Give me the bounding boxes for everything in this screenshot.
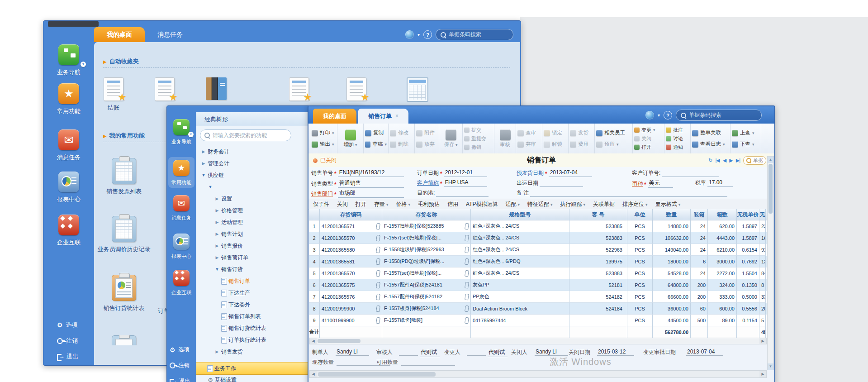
desktop-shortcut[interactable]: ★ bbox=[274, 77, 324, 101]
column-header[interactable]: 箱数 bbox=[708, 209, 737, 220]
globe-icon[interactable] bbox=[645, 111, 654, 119]
band-button-执行跟踪[interactable]: 执行跟踪▾ bbox=[560, 201, 586, 208]
toolbar-button-费用[interactable]: 费用 bbox=[570, 138, 593, 150]
toolbar-button-提交[interactable]: 提交 bbox=[464, 126, 493, 134]
toolbar-button-发货[interactable]: 发货 bbox=[570, 127, 593, 138]
last-record-icon[interactable]: ▶| bbox=[736, 158, 740, 163]
scroll-right-icon[interactable]: ▶ bbox=[759, 338, 766, 344]
toolbar-button-输出[interactable]: 输出▾ bbox=[312, 138, 336, 150]
table-row[interactable]: 8412001999900F-1557板身[保税]524184Dual Acti… bbox=[309, 303, 767, 315]
band-button-毛利预估[interactable]: 毛利预估 bbox=[418, 201, 440, 208]
table-row[interactable]: 6412001365575F-1557配件A[保税]524181灰色PP5218… bbox=[309, 279, 767, 291]
tab-销售订单[interactable]: 销售订单× bbox=[358, 109, 408, 124]
toolbar-button-整单关联[interactable]: 整单关联 bbox=[692, 127, 729, 138]
toolbar-button-解锁[interactable]: 解锁 bbox=[544, 138, 567, 150]
column-header[interactable]: 数量 bbox=[653, 209, 691, 220]
table-row[interactable]: 3412001365580F-1558垃圾铲[保税]522963红色+深灰色，2… bbox=[309, 244, 767, 256]
column-header[interactable]: 客 号 bbox=[569, 209, 627, 220]
sidebar-item-报表中心[interactable]: 报表中心 bbox=[167, 234, 196, 260]
toolbar-button-打开[interactable]: 打开 bbox=[634, 143, 663, 152]
favorite-item-业务员调价历史记录[interactable]: 业务员调价历史记录 bbox=[94, 216, 154, 253]
column-header[interactable] bbox=[309, 209, 320, 220]
band-button-存量[interactable]: 存量▾ bbox=[374, 201, 389, 208]
sidebar-item-消息任务[interactable]: ✉消息任务 bbox=[43, 129, 94, 162]
tab-我的桌面[interactable]: 我的桌面 bbox=[313, 109, 356, 124]
band-button-关联单据[interactable]: 关联单据 bbox=[593, 201, 615, 208]
band-button-适配[interactable]: 适配▾ bbox=[506, 201, 520, 208]
desktop-shortcut[interactable] bbox=[191, 77, 241, 100]
next-record-icon[interactable]: ▶ bbox=[729, 158, 732, 163]
toolbar-button-打印[interactable]: 打印▾ bbox=[312, 127, 336, 138]
scroll-thumb[interactable] bbox=[768, 164, 773, 214]
scroll-right-icon[interactable]: ▶ bbox=[759, 371, 766, 377]
mini-doc-search-input[interactable]: 单据 bbox=[743, 156, 766, 165]
scroll-down-icon[interactable]: ▼ bbox=[768, 363, 773, 370]
field-value[interactable]: 普通销售 bbox=[338, 179, 404, 188]
toolbar-button-弃审[interactable]: 弃审 bbox=[517, 138, 541, 150]
column-header[interactable]: 单位 bbox=[627, 209, 653, 220]
toolbar-button-增加[interactable]: 增加 ▾ bbox=[339, 129, 362, 148]
footer-退出[interactable]: 退出 bbox=[57, 353, 78, 361]
field-value[interactable]: ENJ(NB)/16193/12 bbox=[338, 169, 404, 177]
table-row[interactable]: 9411001999900F-1557纸卡[散装]041785997444PCS… bbox=[309, 315, 767, 326]
table-row[interactable]: 4412001365581F-1558(PDQ)垃圾铲[保税...红色+深灰色，… bbox=[309, 256, 767, 267]
column-header[interactable]: 无 bbox=[759, 209, 766, 220]
first-record-icon[interactable]: |◀ bbox=[715, 158, 719, 163]
footer-选项[interactable]: ⚙选项 bbox=[57, 321, 78, 329]
sidebar-item-业务导航[interactable]: ▾业务导航 bbox=[167, 119, 196, 145]
band-button-显示格式[interactable]: 显示格式▾ bbox=[655, 201, 681, 208]
footer-注销[interactable]: 注销 bbox=[170, 362, 190, 369]
toolbar-button-关闭[interactable]: 关闭 bbox=[634, 134, 663, 143]
barcode-search-input[interactable]: 单据条码搜索 bbox=[436, 29, 513, 40]
toolbar-button-锁定[interactable]: 锁定 bbox=[544, 127, 567, 138]
toolbar-button-上查[interactable]: 上查▾ bbox=[732, 127, 759, 138]
column-header[interactable]: 存货编码 bbox=[320, 209, 382, 220]
band-button-价格[interactable]: 价格▾ bbox=[396, 201, 411, 208]
toolbar-button-保存[interactable]: 保存 ▾ bbox=[441, 129, 461, 148]
chevron-down-icon[interactable]: ▾ bbox=[417, 32, 420, 37]
band-button-排序定位[interactable]: 排序定位▾ bbox=[622, 201, 648, 208]
scroll-thumb[interactable] bbox=[318, 372, 436, 377]
footer-注销[interactable]: 注销 bbox=[57, 337, 78, 345]
tree-search-input[interactable]: 请输入您要搜索的功能 bbox=[200, 129, 291, 141]
table-row[interactable]: 1412001365571F-1557扫地刷[保税]523885红色+深灰色，2… bbox=[309, 220, 767, 232]
footer-value[interactable] bbox=[401, 358, 455, 366]
column-header[interactable]: 规格型号 bbox=[471, 209, 569, 220]
toolbar-button-讨论[interactable]: 讨论 bbox=[666, 134, 689, 143]
footer-退出[interactable]: 退出 bbox=[170, 377, 190, 382]
column-header[interactable]: 存货名称 bbox=[382, 209, 471, 220]
scroll-left-icon[interactable]: ◀ bbox=[310, 371, 317, 377]
footer-blank[interactable] bbox=[467, 349, 486, 356]
scroll-left-icon[interactable]: ◀ bbox=[310, 338, 317, 344]
help-icon[interactable]: ? bbox=[423, 30, 432, 39]
sidebar-item-报表中心[interactable]: 报表中心 bbox=[43, 172, 94, 204]
toolbar-button-预留[interactable]: 预留▾ bbox=[596, 138, 631, 150]
toolbar-button-修改[interactable]: 修改 bbox=[390, 127, 413, 138]
field-value[interactable]: FHP USA bbox=[444, 179, 487, 187]
tab-消息任务[interactable]: 消息任务 bbox=[145, 27, 195, 42]
sidebar-item-企业互联[interactable]: ◆◆◆◆企业互联 bbox=[43, 215, 94, 247]
toolbar-button-放弃[interactable]: 放弃 bbox=[416, 138, 437, 150]
window-hscrollbar[interactable]: ◀ ▶ bbox=[309, 370, 767, 378]
toolbar-button-批注[interactable]: 批注 bbox=[666, 126, 689, 134]
favorite-item-销售订货统计表[interactable]: 销售订货统计表 bbox=[94, 275, 154, 312]
toolbar-button-草稿[interactable]: 草稿▾ bbox=[365, 138, 387, 150]
band-button-关闭[interactable]: 关闭 bbox=[337, 201, 348, 208]
toolbar-button-查审[interactable]: 查审 bbox=[517, 127, 541, 138]
toolbar-button-下查[interactable]: 下查▾ bbox=[732, 138, 759, 150]
desktop-shortcut[interactable]: ★ bbox=[332, 77, 381, 101]
toolbar-button-通知[interactable]: 通知 bbox=[666, 143, 689, 152]
band-button-ATP模拟运算[interactable]: ATP模拟运算 bbox=[466, 201, 498, 208]
scroll-thumb[interactable] bbox=[318, 339, 360, 343]
band-button-打开[interactable]: 打开 bbox=[356, 201, 366, 208]
toolbar-button-删除[interactable]: 删除 bbox=[390, 138, 413, 150]
field-value[interactable]: 2012-12-01 bbox=[444, 169, 487, 177]
window-vscrollbar[interactable]: ▲ ▼ bbox=[767, 156, 774, 370]
close-tab-icon[interactable]: × bbox=[395, 109, 398, 124]
barcode-search-input[interactable]: 单据条码搜索 bbox=[676, 110, 762, 121]
field-value[interactable] bbox=[540, 179, 583, 187]
sidebar-item-常用功能[interactable]: ★常用功能 bbox=[167, 160, 196, 186]
toolbar-button-变更[interactable]: 变更▾ bbox=[634, 126, 663, 134]
column-header[interactable]: 无税单价 bbox=[737, 209, 759, 220]
chevron-down-icon[interactable]: ▾ bbox=[81, 62, 86, 67]
